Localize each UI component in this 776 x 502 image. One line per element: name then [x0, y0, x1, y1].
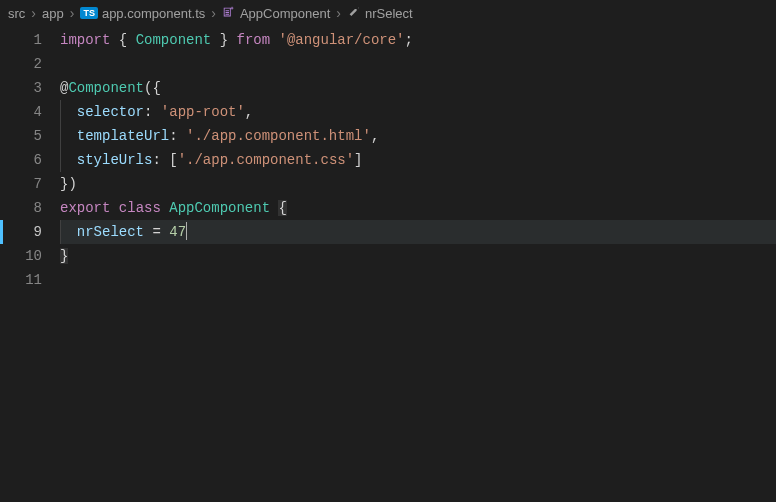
typescript-file-icon: TS — [80, 7, 98, 19]
code-area[interactable]: import { Component } from '@angular/core… — [60, 26, 776, 502]
breadcrumb-label: src — [8, 6, 25, 21]
token-punct: = — [152, 224, 160, 240]
code-line[interactable]: styleUrls: ['./app.component.css'] — [60, 148, 776, 172]
token-punct: , — [371, 128, 379, 144]
cursor — [186, 222, 187, 240]
chevron-right-icon: › — [31, 5, 36, 21]
token-punct: ) — [68, 176, 76, 192]
code-line[interactable]: selector: 'app-root', — [60, 100, 776, 124]
line-number-gutter: 1 2 3 4 5 6 7 8 9 10 11 — [0, 26, 60, 502]
breadcrumb-item-file[interactable]: TS app.component.ts — [80, 6, 205, 21]
breadcrumb-item-app[interactable]: app — [42, 6, 64, 21]
active-line-marker — [0, 220, 3, 244]
breadcrumb-item-class[interactable]: AppComponent — [222, 5, 330, 22]
line-number: 1 — [0, 28, 42, 52]
line-number: 7 — [0, 172, 42, 196]
breadcrumb-item-property[interactable]: nrSelect — [347, 5, 413, 22]
code-line[interactable] — [60, 52, 776, 76]
token-punct: { — [119, 32, 127, 48]
line-number: 5 — [0, 124, 42, 148]
code-line[interactable]: } — [60, 244, 776, 268]
token-decorator: Component — [68, 80, 144, 96]
wrench-icon — [347, 5, 361, 22]
token-type: AppComponent — [169, 200, 270, 216]
breadcrumb-label: AppComponent — [240, 6, 330, 21]
code-line[interactable]: export class AppComponent { — [60, 196, 776, 220]
line-number: 4 — [0, 100, 42, 124]
token-punct: [ — [169, 152, 177, 168]
line-number: 9 — [0, 220, 42, 244]
token-punct: : — [144, 104, 152, 120]
breadcrumb[interactable]: src › app › TS app.component.ts › AppCom… — [0, 0, 776, 26]
token-punct: : — [152, 152, 160, 168]
symbol-class-icon — [222, 5, 236, 22]
token-string: 'app-root' — [161, 104, 245, 120]
token-keyword: from — [236, 32, 270, 48]
chevron-right-icon: › — [70, 5, 75, 21]
token-number: 47 — [169, 224, 186, 240]
chevron-right-icon: › — [211, 5, 216, 21]
token-string: './app.component.html' — [186, 128, 371, 144]
breadcrumb-item-src[interactable]: src — [8, 6, 25, 21]
line-number: 10 — [0, 244, 42, 268]
chevron-right-icon: › — [336, 5, 341, 21]
code-line[interactable]: }) — [60, 172, 776, 196]
token-punct: , — [245, 104, 253, 120]
code-line[interactable]: @Component({ — [60, 76, 776, 100]
code-line[interactable] — [60, 268, 776, 292]
code-line[interactable]: import { Component } from '@angular/core… — [60, 28, 776, 52]
token-string: '@angular/core' — [279, 32, 405, 48]
token-type: Component — [136, 32, 212, 48]
code-editor[interactable]: 1 2 3 4 5 6 7 8 9 10 11 import { Compone… — [0, 26, 776, 502]
token-string: './app.component.css' — [178, 152, 354, 168]
token-variable: nrSelect — [77, 224, 144, 240]
token-keyword: export — [60, 200, 110, 216]
token-property: templateUrl — [77, 128, 169, 144]
line-number: 11 — [0, 268, 42, 292]
token-punct: } — [220, 32, 228, 48]
line-number: 3 — [0, 76, 42, 100]
token-property: selector — [77, 104, 144, 120]
line-number: 8 — [0, 196, 42, 220]
token-property: styleUrls — [77, 152, 153, 168]
token-punct: : — [169, 128, 177, 144]
code-line-active[interactable]: nrSelect = 47 — [60, 220, 776, 244]
line-number: 2 — [0, 52, 42, 76]
line-number: 6 — [0, 148, 42, 172]
token-punct: { — [152, 80, 160, 96]
breadcrumb-label: app.component.ts — [102, 6, 205, 21]
breadcrumb-label: nrSelect — [365, 6, 413, 21]
token-punct: ] — [354, 152, 362, 168]
token-punct: ; — [405, 32, 413, 48]
breadcrumb-label: app — [42, 6, 64, 21]
token-keyword: import — [60, 32, 110, 48]
token-brace-match: } — [60, 248, 68, 264]
code-line[interactable]: templateUrl: './app.component.html', — [60, 124, 776, 148]
token-keyword: class — [119, 200, 161, 216]
token-brace-match: { — [278, 200, 286, 216]
